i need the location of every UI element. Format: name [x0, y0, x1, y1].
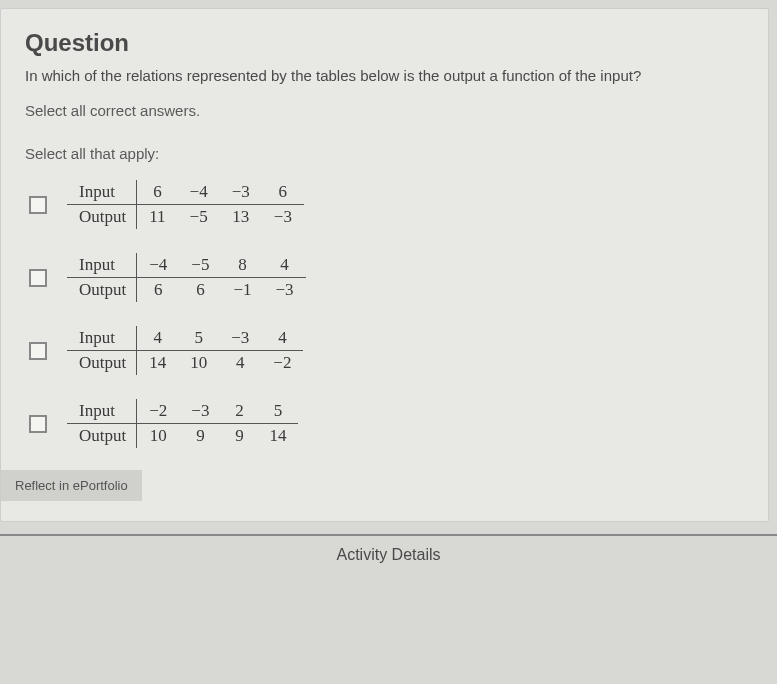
- question-title: Question: [25, 29, 744, 57]
- cell: 14: [257, 424, 298, 449]
- reflect-button[interactable]: Reflect in ePortfolio: [1, 470, 142, 501]
- cell: 6: [262, 180, 304, 205]
- cell: 5: [257, 399, 298, 424]
- cell: −5: [178, 205, 220, 230]
- input-label: Input: [67, 399, 137, 424]
- cell: 4: [137, 326, 179, 351]
- cell: 14: [137, 351, 179, 376]
- cell: 8: [221, 253, 263, 278]
- relation-table-2: Input −4 −5 8 4 Output 6 6 −1 −3: [67, 253, 306, 302]
- cell: 4: [264, 253, 306, 278]
- cell: 10: [178, 351, 219, 376]
- cell: −2: [261, 351, 303, 376]
- relation-table-3: Input 4 5 −3 4 Output 14 10 4 −2: [67, 326, 303, 375]
- cell: 11: [137, 205, 178, 230]
- checkbox-4[interactable]: [29, 415, 47, 433]
- cell: 4: [261, 326, 303, 351]
- cell: −3: [220, 180, 262, 205]
- checkbox-1[interactable]: [29, 196, 47, 214]
- instruction-text: Select all correct answers.: [25, 102, 744, 119]
- cell: 13: [220, 205, 262, 230]
- select-all-label: Select all that apply:: [25, 145, 744, 162]
- input-label: Input: [67, 326, 137, 351]
- checkbox-3[interactable]: [29, 342, 47, 360]
- cell: −3: [262, 205, 304, 230]
- cell: −3: [264, 278, 306, 303]
- cell: −3: [179, 399, 221, 424]
- output-label: Output: [67, 205, 137, 230]
- output-label: Output: [67, 351, 137, 376]
- question-prompt: In which of the relations represented by…: [25, 67, 744, 84]
- option-1: Input 6 −4 −3 6 Output 11 −5 13 −3: [29, 180, 744, 229]
- option-4: Input −2 −3 2 5 Output 10 9 9 14: [29, 399, 744, 448]
- option-3: Input 4 5 −3 4 Output 14 10 4 −2: [29, 326, 744, 375]
- option-2: Input −4 −5 8 4 Output 6 6 −1 −3: [29, 253, 744, 302]
- cell: 6: [137, 278, 180, 303]
- relation-table-1: Input 6 −4 −3 6 Output 11 −5 13 −3: [67, 180, 304, 229]
- cell: 6: [179, 278, 221, 303]
- cell: 2: [221, 399, 257, 424]
- input-label: Input: [67, 253, 137, 278]
- cell: 4: [219, 351, 261, 376]
- output-label: Output: [67, 424, 137, 449]
- activity-details-heading: Activity Details: [0, 536, 777, 574]
- cell: 5: [178, 326, 219, 351]
- cell: 9: [221, 424, 257, 449]
- cell: 10: [137, 424, 180, 449]
- question-panel: Question In which of the relations repre…: [0, 8, 769, 522]
- cell: −4: [178, 180, 220, 205]
- cell: 9: [179, 424, 221, 449]
- relation-table-4: Input −2 −3 2 5 Output 10 9 9 14: [67, 399, 298, 448]
- options-container: Input 6 −4 −3 6 Output 11 −5 13 −3: [25, 180, 744, 448]
- checkbox-2[interactable]: [29, 269, 47, 287]
- cell: −1: [221, 278, 263, 303]
- input-label: Input: [67, 180, 137, 205]
- cell: −2: [137, 399, 180, 424]
- cell: −4: [137, 253, 180, 278]
- cell: −5: [179, 253, 221, 278]
- cell: −3: [219, 326, 261, 351]
- cell: 6: [137, 180, 178, 205]
- output-label: Output: [67, 278, 137, 303]
